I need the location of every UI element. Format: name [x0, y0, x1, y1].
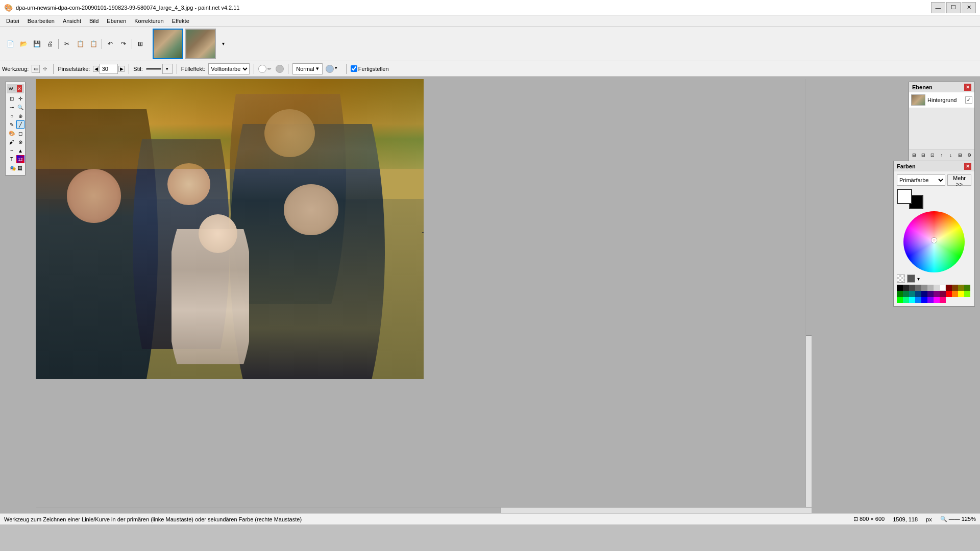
menu-datei[interactable]: Datei	[2, 17, 23, 25]
tool-smudge[interactable]: ~	[8, 146, 16, 155]
thumbnail-dropdown[interactable]: ▾	[218, 29, 228, 59]
palette-darkmagenta[interactable]	[934, 291, 940, 297]
new-button[interactable]: 📄	[4, 38, 16, 50]
menu-ansicht[interactable]: Ansicht	[59, 17, 85, 25]
palette-blue[interactable]	[921, 297, 927, 303]
canvas-area[interactable]	[36, 79, 812, 379]
color-mode-select[interactable]: Primärfarbe Sekundärfarbe	[897, 174, 945, 186]
palette-darkseagreen[interactable]	[903, 291, 909, 297]
palette-darkgray2[interactable]	[909, 285, 915, 291]
tool-recolor[interactable]: 🎨	[8, 129, 16, 137]
palette-white[interactable]	[940, 285, 946, 291]
tool-shapes[interactable]: 🎭 🖼	[8, 164, 24, 172]
tool-eraser[interactable]: ◻	[16, 129, 24, 137]
select-tool2[interactable]: ⊹	[41, 65, 49, 73]
tool-magnifier[interactable]: ⊕	[16, 112, 24, 120]
palette-darkorange[interactable]	[952, 285, 958, 291]
color-wheel[interactable]	[903, 211, 965, 272]
layer-merge-button[interactable]: ⊞	[955, 151, 964, 160]
maximize-button[interactable]: ☐	[946, 2, 961, 13]
palette-darkteal[interactable]	[909, 291, 915, 297]
palette-gray1[interactable]	[915, 285, 921, 291]
color-circle-1[interactable]	[258, 65, 266, 73]
palette-darkgreen[interactable]	[897, 291, 903, 297]
brush-increment[interactable]: ▶	[118, 66, 125, 72]
thumbnail-2[interactable]	[185, 29, 216, 59]
colors-close-button[interactable]: ✕	[964, 163, 971, 170]
print-button[interactable]: 🖨	[44, 38, 56, 50]
select-tool[interactable]: ▭	[32, 65, 40, 73]
tool-pencil[interactable]: ✎	[8, 120, 16, 129]
layer-up-button[interactable]: ↑	[938, 151, 946, 160]
zoom-decrease-icon[interactable]: 🔍	[940, 516, 947, 522]
thumbnail-1[interactable]	[153, 29, 183, 59]
redo-button[interactable]: ↷	[117, 38, 130, 50]
open-button[interactable]: 📂	[17, 38, 30, 50]
layer-down-button[interactable]: ↓	[946, 151, 955, 160]
line-style-dropdown[interactable]: ▾	[162, 64, 173, 74]
menu-bearbeiten[interactable]: Bearbeiten	[23, 17, 59, 25]
canvas-wrapper[interactable]	[36, 79, 424, 379]
layer-properties-button[interactable]: ⚙	[965, 151, 973, 160]
tool-move[interactable]: ✛	[16, 94, 24, 103]
menu-korrekturen[interactable]: Korrekturen	[130, 17, 167, 25]
blend-more-icon[interactable]: ▾	[335, 65, 342, 72]
palette-darkpink[interactable]	[940, 291, 946, 297]
tool-lasso[interactable]: ⊸	[8, 103, 16, 111]
fulleffekt-select[interactable]: Volltonfarbe Verlauf	[208, 63, 250, 74]
scrollbar-horizontal[interactable]	[36, 507, 812, 513]
layer-item-background[interactable]: Hintergrund ✓	[909, 92, 974, 108]
tool-gradient[interactable]: 12	[16, 155, 24, 163]
palette-cyan[interactable]	[909, 297, 915, 303]
brush-size-input[interactable]	[100, 64, 118, 74]
menu-ebenen[interactable]: Ebenen	[103, 17, 130, 25]
palette-red[interactable]	[946, 291, 952, 297]
tool-clone[interactable]: ⊗	[16, 138, 24, 146]
palette-violet[interactable]	[927, 297, 934, 303]
palette-gray2[interactable]	[921, 285, 927, 291]
zoom-slider[interactable]: ——	[949, 516, 960, 522]
copy-button[interactable]: 📋	[74, 38, 86, 50]
palette-limegreen[interactable]	[964, 291, 970, 297]
tool-fill[interactable]: ▲	[16, 146, 24, 155]
layers-panel-title[interactable]: Ebenen ✕	[909, 82, 974, 92]
layer-duplicate-button[interactable]: ⊡	[928, 151, 937, 160]
toolbox-close[interactable]: ✕	[17, 85, 22, 92]
blend-mode-button[interactable]: Normal ▾	[292, 63, 322, 74]
palette-pink[interactable]	[940, 297, 946, 303]
color-circle-2[interactable]	[276, 65, 284, 73]
dropdown-arrow[interactable]: ▾	[917, 276, 920, 282]
minimize-button[interactable]: —	[931, 2, 945, 13]
undo-button[interactable]: ↶	[104, 38, 116, 50]
palette-azure[interactable]	[915, 297, 921, 303]
layer-add-button[interactable]: ⊞	[910, 151, 919, 160]
tool-zoom[interactable]: 🔍	[16, 103, 24, 111]
transparency-icon[interactable]	[897, 274, 905, 283]
palette-darkgray1[interactable]	[903, 285, 909, 291]
toolbox-title[interactable]: W... ✕	[7, 84, 24, 93]
palette-navy[interactable]	[921, 291, 927, 297]
palette-darkviolet[interactable]	[927, 291, 934, 297]
close-button[interactable]: ✕	[962, 2, 976, 13]
crop-button[interactable]: ⊞	[134, 38, 146, 50]
palette-darkyellow[interactable]	[958, 285, 964, 291]
palette-springgreen[interactable]	[903, 297, 909, 303]
menu-effekte[interactable]: Effekte	[168, 17, 193, 25]
tool-magic-wand[interactable]: ○	[8, 112, 16, 120]
palette-darkblue[interactable]	[915, 291, 921, 297]
tool-text[interactable]: T	[8, 155, 16, 163]
layer-visibility-checkbox[interactable]: ✓	[965, 96, 972, 104]
colors-panel-title[interactable]: Farben ✕	[894, 161, 974, 171]
color-wheel-container[interactable]	[903, 211, 965, 272]
line-style-solid[interactable]	[146, 68, 161, 70]
palette-magenta[interactable]	[934, 297, 940, 303]
palette-yellow[interactable]	[958, 291, 964, 297]
color-swatch-dark[interactable]	[907, 274, 915, 283]
layer-add-button2[interactable]: ⊟	[919, 151, 928, 160]
palette-lightgray1[interactable]	[927, 285, 934, 291]
palette-darkred[interactable]	[946, 285, 952, 291]
palette-lightgray2[interactable]	[934, 285, 940, 291]
layers-close-button[interactable]: ✕	[964, 84, 971, 91]
palette-orange[interactable]	[952, 291, 958, 297]
tool-brush[interactable]: 🖌	[8, 138, 16, 146]
